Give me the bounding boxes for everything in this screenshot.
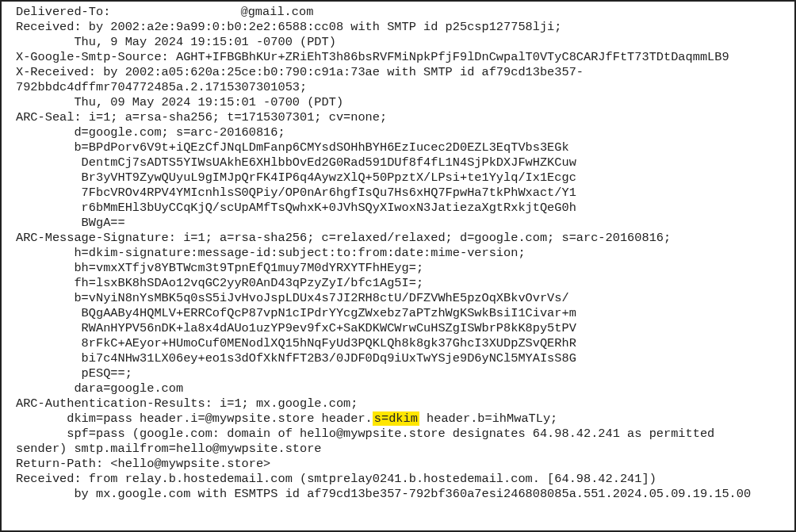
arc-authentication-results-line: spf=pass (google.com: domain of hello@my… — [16, 427, 721, 441]
arc-message-signature-line: h=dkim-signature:message-id:subject:to:f… — [16, 246, 526, 260]
arc-seal-line: DentmCj7sADTS5YIWsUAkhE6XHlbbOvEd2G0Rad5… — [16, 155, 576, 170]
x-received-line: 792bbdc4dffmr704772485a.2.1715307301053; — [16, 80, 307, 94]
x-received-line: Thu, 09 May 2024 19:15:01 -0700 (PDT) — [16, 95, 343, 109]
arc-seal-line: 7FbcVROv4RPV4YMIcnhlsS0QPiy/OP0nAr6hgfIs… — [16, 186, 576, 200]
highlighted-dkim-selector: s=dkim — [373, 411, 419, 426]
received-line: by mx.google.com with ESMTPS id af79cd13… — [16, 487, 751, 501]
delivered-to-line: Delivered-To: @gmail.com — [16, 5, 313, 19]
x-google-smtp-source-line: X-Google-Smtp-Source: AGHT+IFBGBhKUr+ZRi… — [16, 50, 729, 64]
arc-message-signature-line: bh=vmxXTfjv8YBTWcm3t9TpnEfQ1muy7M0dYRXYT… — [16, 261, 423, 275]
arc-message-signature-line: fh=lsxBK8hSDAo12vqGC2yyR0AnD43qPzyZyI/bf… — [16, 276, 423, 290]
received-line: Thu, 9 May 2024 19:15:01 -0700 (PDT) — [16, 35, 336, 49]
arc-message-signature-line: RWAnHYPV56nDK+la8x4dAUo1uzYP9ev9fxC+SaKD… — [16, 321, 576, 335]
arc-seal-line: r6bMmEHl3bUyCCqKjQ/scUpAMfTsQwhxK+0JVhSQ… — [16, 201, 576, 215]
arc-message-signature-line: b=vNyiN8nYsMBK5q0sS5iJvHvoJspLDUx4s7JI2R… — [16, 291, 569, 305]
arc-seal-line: ARC-Seal: i=1; a=rsa-sha256; t=171530730… — [16, 110, 387, 124]
arc-seal-line: BWgA== — [16, 216, 125, 230]
redacted-local-part — [118, 6, 241, 17]
arc-message-signature-line: pESQ==; — [16, 366, 132, 381]
arc-message-signature-line: dara=google.com — [16, 381, 183, 396]
arc-authentication-results-line: ARC-Authentication-Results: i=1; mx.goog… — [16, 396, 358, 411]
email-headers-block: Delivered-To: @gmail.com Received: by 20… — [0, 0, 796, 532]
arc-message-signature-line: ARC-Message-Signature: i=1; a=rsa-sha256… — [16, 231, 671, 245]
return-path-line: Return-Path: <hello@mywpsite.store> — [16, 457, 270, 471]
arc-message-signature-line: BQgAABy4HQMLV+ERRCofQcP87vpN1cIPdrYYcgZW… — [16, 306, 576, 320]
arc-authentication-results-line: dkim=pass header.i=@mywpsite.store heade… — [16, 411, 557, 426]
arc-seal-line: b=BPdPorv6V9t+iQEzCfJNqLDmFanp6CMYsdSOHh… — [16, 140, 569, 155]
received-line: Received: by 2002:a2e:9a99:0:b0:2e2:6588… — [16, 20, 561, 34]
arc-seal-line: Br3yVHT9ZywQUyuL9gIMJpQrFK4IP6q4AywzXlQ+… — [16, 170, 576, 185]
x-received-line: X-Received: by 2002:a05:620a:25ce:b0:790… — [16, 65, 584, 79]
arc-authentication-results-line: sender) smtp.mailfrom=hello@mywpsite.sto… — [16, 442, 322, 456]
arc-seal-line: d=google.com; s=arc-20160816; — [16, 125, 285, 140]
arc-message-signature-line: 8rFkC+AEyor+HUmoCuf0MENodlXQ15hNqFyUd3PQ… — [16, 336, 576, 350]
received-line: Received: from relay.b.hostedemail.com (… — [16, 472, 656, 486]
arc-message-signature-line: bi7c4NHw31LX06ey+eo1s3dOfXkNfFT2B3/0JDF0… — [16, 351, 576, 366]
